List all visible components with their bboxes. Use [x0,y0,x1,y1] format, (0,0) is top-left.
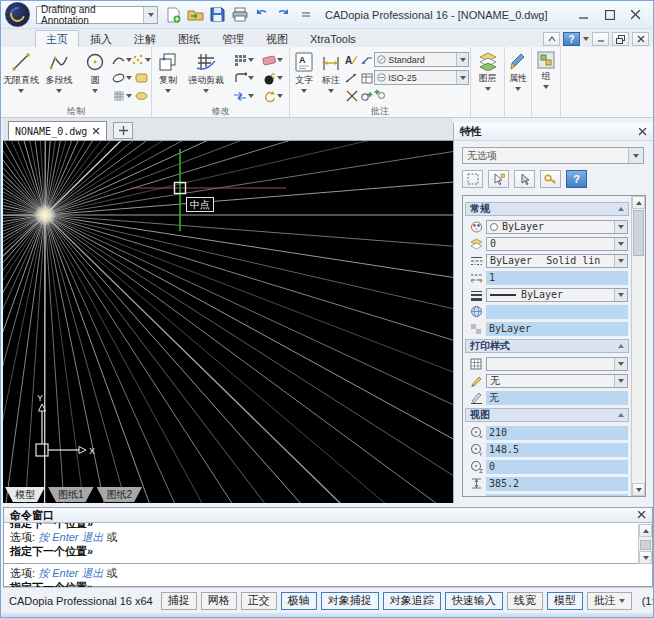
fillet-tool[interactable] [234,72,254,84]
linetype-field[interactable]: ByLayerSolid lin [486,254,628,268]
ribbon-tab-manage[interactable]: 管理 [211,30,255,47]
text-style-tool[interactable]: A [345,54,358,66]
scroll-up-button[interactable] [632,196,645,209]
ribbon-collapse-button[interactable] [543,32,560,46]
cmd-scroll-down-button[interactable] [639,551,652,564]
open-file-button[interactable] [186,5,205,24]
infinite-line-tool[interactable]: 无限直线 [2,49,40,105]
dimension-tool[interactable]: 标注 [318,49,345,105]
view-center-y-field[interactable]: 148.5 [486,443,628,457]
minimize-button[interactable] [571,5,597,25]
print-button[interactable] [230,5,249,24]
lineweight-field[interactable]: ByLayer [486,288,628,302]
properties-scrollbar[interactable] [631,196,645,496]
properties-tool[interactable]: 属性 [506,49,530,117]
help-dropdown-arrow[interactable] [583,37,589,41]
move-swap-tool[interactable] [233,92,254,101]
enter-exit-link[interactable]: 按 Enter 退出 [38,531,103,543]
copy-tool[interactable]: 复制 [153,49,183,105]
table-tool[interactable] [361,73,373,84]
layer-field[interactable]: 0 [486,237,628,251]
doc-restore-button[interactable] [612,32,629,46]
new-file-button[interactable] [164,5,183,24]
modify-panel-label[interactable]: 修改 [152,105,289,117]
collapse-icon[interactable] [618,413,624,417]
hyperlink-field[interactable] [486,305,628,319]
layers-tool[interactable]: 图层 [472,49,503,117]
region-tool[interactable] [135,91,148,101]
linetype-scale-field[interactable]: 1 [486,271,628,285]
point-tool[interactable] [132,54,151,66]
properties-help-button[interactable]: ? [566,170,587,188]
annotation-scale-tool[interactable] [374,88,469,100]
status-annotation-dropdown[interactable]: 批注 [587,592,632,610]
close-button[interactable] [623,5,649,25]
ribbon-tab-annotate[interactable]: 注解 [123,30,167,47]
dimension-edit-tool[interactable] [345,72,358,84]
doc-minimize-button[interactable] [592,32,609,46]
view-center-x-field[interactable]: 210 [486,426,628,440]
status-toggle-object-track[interactable]: 对象追踪 [383,592,441,610]
multiline-cross-tool[interactable] [346,90,358,102]
command-prompt[interactable]: 选项: 按 Enter 退出 或 指定下一个位置» [4,565,652,586]
polyline-tool[interactable]: 多段线 [40,49,78,105]
status-toggle-grid[interactable]: 网格 [201,592,237,610]
quick-select-button[interactable] [488,170,509,188]
layout-tab-sheet1[interactable]: 图纸1 [48,487,94,502]
save-button[interactable] [208,5,227,24]
cmd-scroll-up-button[interactable] [639,524,652,537]
plot-table-field[interactable] [486,357,628,371]
collapse-icon[interactable] [618,207,624,211]
enter-exit-link-2[interactable]: 按 Enter 退出 [38,567,103,579]
status-toggle-quick-input[interactable]: 快速输入 [445,592,503,610]
view-height-field[interactable]: 385.2 [486,477,628,491]
transparency-field[interactable]: ByLayer [486,322,628,336]
help-button[interactable]: ? [563,32,580,46]
text-tool[interactable]: A 文字 [291,49,318,105]
ribbon-tab-insert[interactable]: 插入 [79,30,123,47]
new-document-tab-button[interactable] [113,122,133,139]
select-objects-button[interactable] [514,170,535,188]
arc-tool[interactable] [112,54,132,66]
document-tab[interactable]: NONAME_0.dwg [8,121,107,140]
annotate-panel-label[interactable]: 批注 [290,105,470,117]
status-toggle-model[interactable]: 模型 [547,592,583,610]
scroll-thumb[interactable] [633,210,644,256]
section-view[interactable]: 视图 [465,408,629,422]
leader-tool[interactable] [360,54,373,66]
status-toggle-snap[interactable]: 捕捉 [161,592,197,610]
collapse-icon[interactable] [618,344,624,348]
text-style-dropdown[interactable]: Standard [374,52,469,67]
section-plot-style[interactable]: 打印样式 [465,339,629,353]
centerline-tool[interactable] [360,90,373,103]
status-toggle-object-snap[interactable]: 对象捕捉 [321,592,379,610]
undo-button[interactable] [252,5,271,24]
draw-panel-label[interactable]: 绘制 [1,105,151,117]
command-window-close-button[interactable] [638,511,646,519]
doc-close-button[interactable] [632,32,649,46]
layout-tab-sheet2[interactable]: 图纸2 [97,487,143,502]
document-tab-close-icon[interactable] [93,128,100,135]
dim-style-dropdown[interactable]: ISO-25 [374,70,469,85]
ribbon-tab-xtratools[interactable]: XtraTools [299,30,367,47]
command-history[interactable]: 指定下一个位置» 选项: 按 Enter 退出 或 指定下一个位置» [4,523,652,564]
erase-tool[interactable] [262,55,283,66]
array-tool[interactable] [234,54,254,67]
view-center-z-field[interactable]: 0 [486,460,628,474]
section-general[interactable]: 常规 [465,202,629,216]
ribbon-tab-home[interactable]: 主页 [35,30,79,47]
view-width-field[interactable] [486,494,628,498]
ellipse-tool[interactable] [112,72,132,84]
select-set-button[interactable] [462,170,483,188]
hatch-tool[interactable] [113,90,132,102]
color-field[interactable]: ByLayer [486,220,628,234]
status-toggle-polar[interactable]: 极轴 [281,592,317,610]
plot-style-field[interactable]: 无 [486,374,628,388]
selection-filter-dropdown[interactable]: 无选项 [462,147,644,164]
scroll-down-button[interactable] [632,483,645,496]
command-scrollbar[interactable] [638,524,652,564]
explode-tool[interactable] [263,72,283,85]
layout-tab-model[interactable]: 模型 [5,487,45,502]
rotate-tool[interactable] [263,90,283,103]
power-trim-tool[interactable]: 强动剪裁 [183,49,229,105]
